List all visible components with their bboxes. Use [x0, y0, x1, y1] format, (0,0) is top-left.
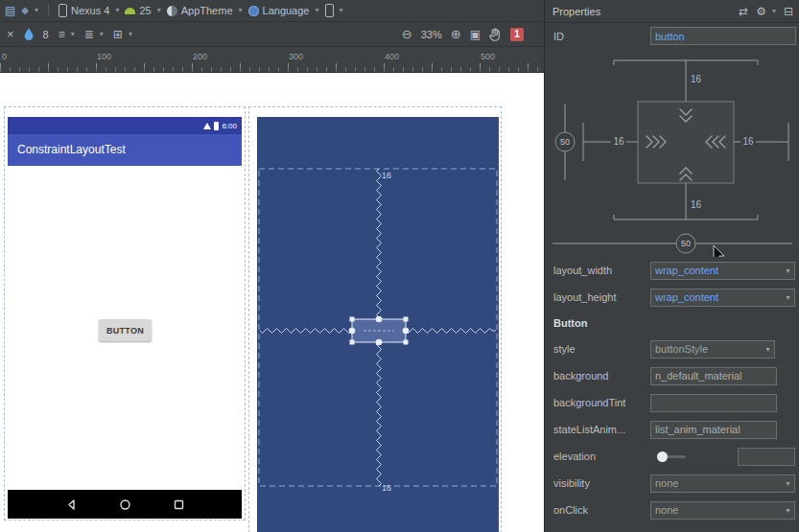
prop-row-style: style buttonStyle ▾ [545, 335, 799, 362]
theme-selector[interactable]: AppTheme▾ [167, 5, 243, 16]
theme-name: AppTheme [181, 5, 233, 16]
clear-constraints-icon[interactable]: × [7, 28, 14, 40]
section-header-button: Button [545, 311, 799, 335]
margin-bottom-value[interactable]: 16 [691, 199, 702, 210]
gear-icon: ⚙ [756, 6, 766, 17]
background-tint-input[interactable] [650, 394, 777, 412]
background-input[interactable] [650, 367, 777, 385]
resize-handle [404, 340, 409, 345]
chevron-down-icon: ▾ [71, 31, 75, 38]
properties-panel: Properties ⇄ ⚙▾ ⊟ ID [544, 0, 799, 532]
ruler-label: 200 [193, 52, 207, 61]
hide-panel-icon[interactable]: ⊟ [784, 6, 793, 17]
phone-icon [59, 4, 67, 17]
margin-right-value[interactable]: 16 [742, 136, 754, 147]
recents-icon[interactable] [173, 498, 185, 511]
style-dropdown[interactable]: buttonStyle ▾ [650, 340, 775, 359]
align-menu[interactable]: ≣▾ [84, 29, 104, 40]
status-bar: 6:00 [8, 117, 242, 134]
prop-row-layout-height: layout_height wrap_content ▾ [545, 284, 799, 311]
design-surface-selector[interactable]: ◆▾ [21, 6, 38, 15]
prop-label: layout_height [553, 291, 650, 303]
constraint-anchor-bottom[interactable] [376, 339, 383, 346]
guidelines-icon: ≡ [59, 29, 65, 40]
blueprint-view[interactable]: 16 16 [257, 117, 499, 532]
margin-left-value[interactable]: 16 [613, 136, 624, 147]
default-margin[interactable]: 8 [43, 29, 49, 40]
prop-row-id: ID [545, 23, 799, 49]
navigation-bar [8, 490, 242, 519]
chevron-down-icon: ▾ [115, 7, 119, 14]
dropdown-value: wrap_content [651, 265, 782, 276]
back-icon[interactable] [65, 498, 78, 511]
activity-body: BUTTON [8, 166, 242, 490]
chevron-down-icon: ▾ [100, 31, 104, 38]
theme-icon [167, 6, 177, 16]
orientation-selector[interactable]: ▾ [325, 4, 343, 17]
ruler-label: 400 [385, 52, 399, 61]
chevron-down-icon: ▾ [782, 479, 794, 488]
ruler-label: 100 [97, 52, 111, 61]
margin-top-label: 16 [382, 171, 391, 180]
elevation-input[interactable] [738, 448, 795, 466]
elevation-toggle[interactable] [659, 455, 686, 458]
ruler-label: 500 [481, 52, 495, 61]
zoom-out-icon[interactable]: ⊖ [402, 28, 412, 40]
margin-top-value[interactable]: 16 [691, 74, 702, 84]
chevron-down-icon: ▾ [239, 7, 243, 14]
divider [48, 4, 49, 17]
on-click-dropdown[interactable]: none ▾ [650, 501, 795, 520]
zoom-fit-icon[interactable]: ▣ [470, 29, 481, 40]
constraint-inspector[interactable]: 16 16 16 16 50 50 [545, 49, 799, 257]
dropdown-value: none [651, 477, 782, 489]
layout-height-dropdown[interactable]: wrap_content ▾ [650, 289, 795, 307]
chevron-down-icon: ▾ [315, 7, 318, 14]
prop-label-id: ID [553, 31, 650, 42]
panel-title: Properties [552, 6, 600, 17]
pan-icon[interactable] [489, 28, 502, 41]
device-selector[interactable]: Nexus 4▾ [59, 4, 119, 17]
prop-row-state-list-anim: stateListAnim... [545, 416, 799, 443]
blueprint-selected-button[interactable] [349, 316, 410, 346]
locale-selector[interactable]: Language▾ [248, 5, 319, 16]
pack-menu[interactable]: ⊞▾ [113, 29, 132, 40]
prop-label: onClick [553, 504, 650, 516]
chevron-down-icon: ▾ [762, 345, 774, 354]
state-list-anim-input[interactable] [650, 421, 777, 439]
prop-row-elevation: elevation [545, 443, 799, 470]
guidelines-menu[interactable]: ≡▾ [59, 29, 75, 40]
android-icon [125, 8, 135, 14]
id-input[interactable] [650, 27, 796, 45]
zoom-controls: ⊖ 33% ⊕ ▣ 1 [402, 28, 524, 41]
prop-row-background: background [545, 362, 799, 389]
error-badge[interactable]: 1 [510, 28, 524, 41]
design-preview[interactable]: 6:00 ConstraintLayoutTest BUTTON [8, 117, 242, 519]
chevron-down-icon: ▾ [782, 266, 794, 275]
constraint-anchor-left[interactable] [349, 328, 356, 335]
align-icon: ≣ [84, 29, 94, 40]
chevron-down-icon: ▾ [340, 7, 343, 14]
ruler-label: 0 [2, 52, 7, 61]
toggle-knob[interactable] [657, 451, 668, 462]
app-bar: ConstraintLayoutTest [8, 134, 242, 166]
zoom-in-icon[interactable]: ⊕ [451, 28, 461, 40]
layout-preview-icon[interactable]: ▤ [5, 5, 15, 16]
swap-panel-icon[interactable]: ⇄ [739, 6, 748, 17]
constraint-anchor-top[interactable] [376, 316, 383, 323]
horizontal-ruler: 0 100 200 300 400 500 [0, 47, 544, 73]
layout-width-dropdown[interactable]: wrap_content ▾ [650, 262, 795, 280]
prop-row-on-click: onClick none ▾ [545, 497, 799, 523]
chevron-down-icon: ▾ [782, 506, 794, 515]
button-widget[interactable]: BUTTON [99, 319, 152, 341]
home-icon[interactable] [119, 498, 131, 511]
prop-label: style [553, 343, 650, 355]
visibility-dropdown[interactable]: none ▾ [650, 474, 795, 493]
constraint-anchor-right[interactable] [403, 328, 410, 335]
prop-label: layout_width [553, 265, 650, 276]
pack-icon: ⊞ [113, 29, 123, 40]
api-selector[interactable]: 25▾ [125, 5, 160, 16]
design-canvas[interactable]: 6:00 ConstraintLayoutTest BUTTON [0, 73, 544, 532]
panel-settings[interactable]: ⚙▾ [756, 6, 776, 17]
autoconnect-icon[interactable] [24, 28, 34, 40]
margin-bottom-label: 16 [382, 483, 391, 493]
